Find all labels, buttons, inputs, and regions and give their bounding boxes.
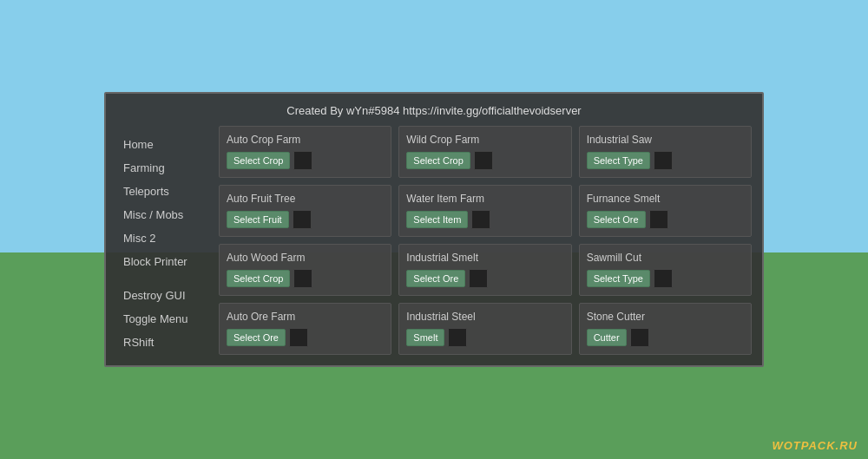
color-box-8 <box>654 269 673 288</box>
select-btn-11[interactable]: Cutter <box>587 329 627 346</box>
color-box-11 <box>630 328 649 347</box>
watermark-badge: WOTPACK.RU <box>772 439 858 452</box>
card-controls-2: Select Type <box>587 151 744 170</box>
color-box-3 <box>293 210 312 229</box>
select-btn-5[interactable]: Select Ore <box>587 211 646 228</box>
sidebar-item-0[interactable]: Home <box>116 134 212 154</box>
card-controls-10: Smelt <box>406 328 563 347</box>
card-controls-3: Select Fruit <box>227 210 384 229</box>
card-11: Stone CutterCutter <box>579 303 752 355</box>
card-controls-6: Select Crop <box>227 269 384 288</box>
select-btn-8[interactable]: Select Type <box>587 270 650 287</box>
sidebar-item-4[interactable]: Misc 2 <box>116 228 212 248</box>
select-btn-2[interactable]: Select Type <box>587 152 650 169</box>
card-0: Auto Crop FarmSelect Crop <box>219 126 391 178</box>
card-controls-1: Select Crop <box>406 151 563 170</box>
card-10: Industrial SteelSmelt <box>398 303 571 355</box>
card-title-10: Industrial Steel <box>406 311 563 323</box>
card-grid: Auto Crop FarmSelect CropWild Crop FarmS… <box>219 126 752 355</box>
card-5: Furnance SmeltSelect Ore <box>579 185 752 237</box>
select-btn-1[interactable]: Select Crop <box>406 152 470 169</box>
card-title-1: Wild Crop Farm <box>406 134 563 146</box>
card-controls-4: Select Item <box>406 210 563 229</box>
card-title-8: Sawmill Cut <box>587 252 744 264</box>
card-title-4: Water Item Farm <box>406 193 563 205</box>
color-box-4 <box>471 210 490 229</box>
sidebar-item-3[interactable]: Misc / Mobs <box>116 205 212 225</box>
card-controls-0: Select Crop <box>227 151 384 170</box>
color-box-0 <box>293 151 312 170</box>
main-panel: Created By wYn#5984 https://invite.gg/of… <box>104 92 764 367</box>
color-box-10 <box>448 328 467 347</box>
card-3: Auto Fruit TreeSelect Fruit <box>219 185 391 237</box>
select-btn-0[interactable]: Select Crop <box>227 152 290 169</box>
color-box-6 <box>293 269 312 288</box>
sidebar-item-7[interactable]: Destroy GUI <box>116 285 212 305</box>
color-box-7 <box>469 269 488 288</box>
card-1: Wild Crop FarmSelect Crop <box>398 126 571 178</box>
card-title-11: Stone Cutter <box>587 311 744 323</box>
header-text: Created By wYn#5984 https://invite.gg/of… <box>116 104 752 117</box>
sidebar-item-5[interactable]: Block Printer <box>116 252 212 272</box>
card-title-6: Auto Wood Farm <box>227 252 384 264</box>
card-title-2: Industrial Saw <box>587 134 744 146</box>
card-controls-11: Cutter <box>587 328 744 347</box>
card-controls-8: Select Type <box>587 269 744 288</box>
select-btn-7[interactable]: Select Ore <box>406 270 465 287</box>
card-title-5: Furnance Smelt <box>587 193 744 205</box>
card-controls-9: Select Ore <box>227 328 384 347</box>
sidebar-item-6 <box>116 275 212 282</box>
sidebar-item-2[interactable]: Teleports <box>116 181 212 201</box>
card-controls-5: Select Ore <box>587 210 744 229</box>
sidebar-item-9[interactable]: RShift <box>116 332 212 352</box>
card-controls-7: Select Ore <box>406 269 563 288</box>
card-4: Water Item FarmSelect Item <box>398 185 571 237</box>
sidebar-item-8[interactable]: Toggle Menu <box>116 309 212 329</box>
card-2: Industrial SawSelect Type <box>579 126 752 178</box>
card-title-3: Auto Fruit Tree <box>227 193 384 205</box>
color-box-5 <box>649 210 668 229</box>
color-box-9 <box>289 328 308 347</box>
select-btn-9[interactable]: Select Ore <box>227 329 286 346</box>
color-box-1 <box>474 151 493 170</box>
card-9: Auto Ore FarmSelect Ore <box>219 303 391 355</box>
card-title-0: Auto Crop Farm <box>227 134 384 146</box>
card-title-7: Industrial Smelt <box>406 252 563 264</box>
card-6: Auto Wood FarmSelect Crop <box>219 244 391 296</box>
card-7: Industrial SmeltSelect Ore <box>398 244 571 296</box>
card-8: Sawmill CutSelect Type <box>579 244 752 296</box>
card-title-9: Auto Ore Farm <box>227 311 384 323</box>
select-btn-4[interactable]: Select Item <box>406 211 468 228</box>
content-area: HomeFarmingTeleportsMisc / MobsMisc 2Blo… <box>116 126 752 355</box>
select-btn-3[interactable]: Select Fruit <box>227 211 289 228</box>
select-btn-6[interactable]: Select Crop <box>227 270 290 287</box>
sidebar-item-1[interactable]: Farming <box>116 158 212 178</box>
color-box-2 <box>654 151 673 170</box>
sidebar: HomeFarmingTeleportsMisc / MobsMisc 2Blo… <box>116 126 212 355</box>
select-btn-10[interactable]: Smelt <box>406 329 444 346</box>
